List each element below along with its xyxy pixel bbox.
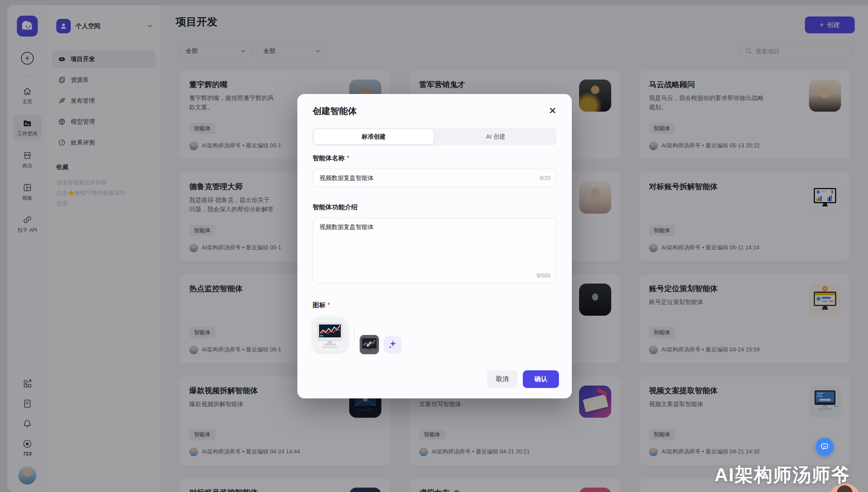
agent-name-label: 智能体名称* bbox=[313, 154, 349, 163]
chat-bubble-icon bbox=[820, 442, 829, 451]
icon-option-selected[interactable] bbox=[360, 335, 379, 354]
agent-intro-label: 智能体功能介绍 bbox=[313, 203, 358, 212]
confirm-button[interactable]: 确认 bbox=[523, 370, 559, 388]
agent-name-field: 9/20 bbox=[313, 169, 557, 187]
icon-divider bbox=[354, 328, 354, 342]
cancel-button[interactable]: 取消 bbox=[487, 370, 518, 388]
ai-generate-icon-button[interactable] bbox=[384, 336, 401, 353]
modal-title: 创建智能体 bbox=[313, 105, 357, 117]
intro-char-counter: 9/500 bbox=[536, 272, 551, 279]
close-icon[interactable]: ✕ bbox=[545, 104, 560, 118]
sparkle-icon bbox=[387, 339, 398, 350]
name-char-counter: 9/20 bbox=[540, 175, 556, 181]
required-mark: * bbox=[347, 155, 349, 161]
tab-standard-create[interactable]: 标准创建 bbox=[314, 129, 434, 144]
tab-ai-create[interactable]: AI 创建 bbox=[435, 128, 557, 145]
screen: + 主页 工作空间 商店 bbox=[0, 0, 868, 492]
agent-name-input[interactable] bbox=[313, 175, 540, 182]
icon-preview[interactable] bbox=[313, 317, 347, 352]
modal-tabs: 标准创建 AI 创建 bbox=[313, 128, 557, 145]
required-mark: * bbox=[328, 302, 330, 308]
icon-label: 图标* bbox=[313, 301, 330, 310]
agent-intro-input[interactable]: 视频数据复盘智能体 bbox=[313, 218, 556, 265]
chat-fab-button[interactable] bbox=[816, 438, 833, 455]
agent-intro-field: 视频数据复盘智能体 9/500 bbox=[313, 218, 557, 284]
create-agent-modal: 创建智能体 ✕ 标准创建 AI 创建 智能体名称* 9/20 智能体功能介绍 视… bbox=[297, 94, 572, 398]
watermark-text: AI架构师汤师爷 bbox=[714, 463, 850, 488]
